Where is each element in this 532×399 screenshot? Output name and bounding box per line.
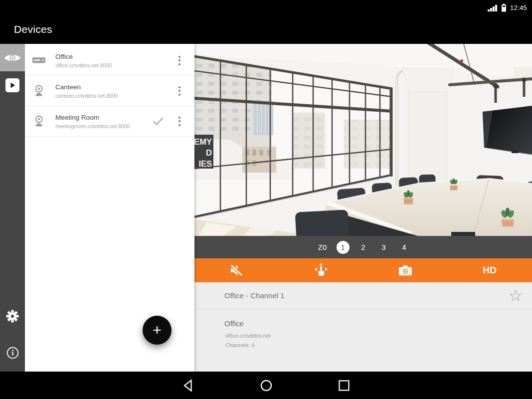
channel-4-button[interactable]: 4	[398, 241, 411, 254]
channel-1-button[interactable]: 1	[337, 241, 350, 254]
player-area: EMY D IES	[194, 44, 532, 372]
device-menu-button[interactable]	[174, 114, 185, 129]
mute-button[interactable]	[194, 258, 279, 282]
device-address: canteen.cctvddns.net.8000	[55, 93, 174, 99]
add-device-button[interactable]: +	[143, 316, 172, 345]
status-bar: 12:45	[0, 0, 532, 15]
mute-icon	[230, 264, 243, 277]
device-address: meetingroom.cctvddns.net.8000	[55, 123, 153, 129]
device-name: Meeting Room	[55, 114, 153, 121]
battery-icon	[501, 3, 507, 12]
eye-icon	[3, 52, 21, 64]
favorite-star-icon[interactable]	[509, 289, 522, 302]
device-info-channels: Channels: 4	[224, 342, 532, 348]
device-name: Office	[55, 53, 174, 60]
settings-button[interactable]	[0, 310, 25, 323]
device-info-address: office.cctvddns.net	[224, 333, 532, 339]
back-icon	[182, 379, 195, 392]
device-row-canteen[interactable]: Canteen canteen.cctvddns.net.8000	[25, 76, 194, 106]
device-menu-button[interactable]	[174, 53, 185, 68]
signal-icon	[488, 3, 498, 11]
device-info-name: Office	[224, 319, 532, 328]
device-menu-button[interactable]	[174, 83, 185, 98]
sign-line-2: D	[206, 148, 212, 157]
channel-3-button[interactable]: 3	[377, 241, 390, 254]
channel-2-button[interactable]: 2	[357, 241, 370, 254]
player-toolbar: HD	[194, 258, 532, 282]
page-title: Devices	[14, 23, 52, 35]
clock: 12:45	[510, 4, 527, 11]
sign-line-1: EMY	[194, 137, 212, 146]
webcam-icon	[33, 85, 44, 97]
stream-row: Office - Channel 1	[194, 282, 532, 309]
home-icon	[260, 379, 273, 392]
sidebar	[0, 44, 25, 372]
snapshot-icon	[398, 265, 412, 276]
dvr-icon	[32, 57, 46, 64]
webcam-icon	[33, 115, 44, 128]
playback-icon	[5, 78, 19, 92]
ptz-icon	[314, 263, 329, 278]
stream-title: Office - Channel 1	[224, 291, 509, 300]
snapshot-button[interactable]	[363, 258, 448, 282]
info-icon	[6, 347, 19, 359]
channel-selector: Z0 1 2 3 4	[194, 236, 532, 258]
selected-check-icon	[153, 117, 165, 125]
sidebar-tab-playback[interactable]	[0, 71, 25, 99]
back-button[interactable]	[182, 379, 195, 392]
device-name: Canteen	[55, 83, 174, 91]
android-nav-bar	[0, 372, 532, 399]
device-address: office.cctvddns.net.8000	[55, 62, 174, 68]
video-scene: EMY D IES	[194, 44, 532, 236]
home-button[interactable]	[260, 379, 273, 392]
sidebar-tab-live-view[interactable]	[0, 44, 25, 71]
app-screen: 12:45 Devices	[0, 0, 532, 399]
info-button[interactable]	[0, 347, 25, 359]
device-info: Office office.cctvddns.net Channels: 4	[194, 309, 532, 348]
app-bar: Devices	[0, 15, 532, 44]
device-row-meeting-room[interactable]: Meeting Room meetingroom.cctvddns.net.80…	[25, 106, 194, 137]
channel-zoom-button[interactable]: Z0	[316, 241, 329, 254]
device-list: Office office.cctvddns.net.8000 Canteen …	[25, 44, 194, 372]
info-panel: Office - Channel 1 Office office.cctvddn…	[194, 282, 532, 372]
camera-video-frame[interactable]: EMY D IES	[194, 44, 532, 236]
gear-icon	[6, 310, 19, 323]
ptz-button[interactable]	[279, 258, 363, 282]
device-row-office[interactable]: Office office.cctvddns.net.8000	[25, 45, 194, 76]
recents-button[interactable]	[338, 379, 351, 392]
recents-icon	[338, 379, 351, 392]
hd-quality-button[interactable]: HD	[448, 258, 532, 282]
